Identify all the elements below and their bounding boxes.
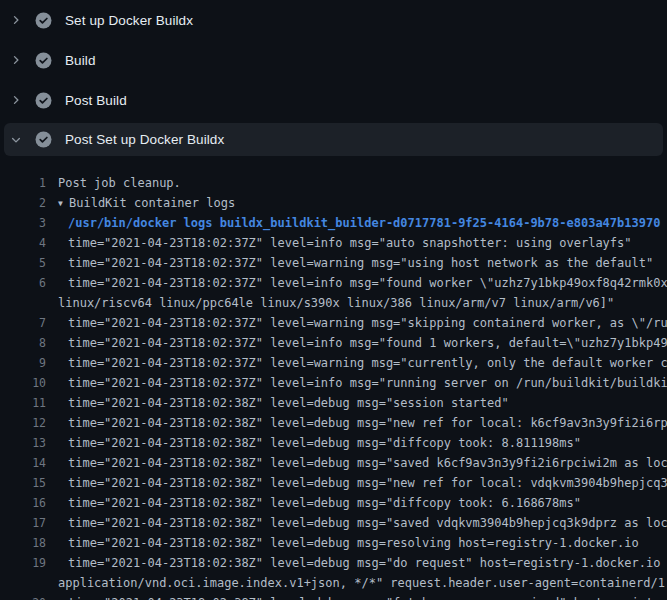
group-collapse-icon[interactable]: ▼ bbox=[58, 194, 69, 213]
steps-list: Set up Docker BuildxBuildPost BuildPost … bbox=[0, 0, 667, 156]
step-label: Build bbox=[65, 53, 96, 68]
log-line-number[interactable]: 19 bbox=[0, 553, 46, 573]
log-line-text: time="2021-04-23T18:02:38Z" level=debug … bbox=[68, 453, 667, 473]
check-circle-icon bbox=[35, 52, 52, 69]
log-line-number bbox=[0, 293, 46, 313]
check-circle-icon bbox=[35, 92, 52, 109]
log-line: 20time="2021-04-23T18:02:38Z" level=debu… bbox=[0, 593, 667, 600]
log-line-text: time="2021-04-23T18:02:37Z" level=info m… bbox=[68, 333, 667, 353]
log-line-number[interactable]: 15 bbox=[0, 473, 46, 493]
log-line-number[interactable]: 1 bbox=[0, 173, 46, 193]
step-label: Set up Docker Buildx bbox=[65, 13, 193, 28]
log-line-number[interactable]: 20 bbox=[0, 593, 46, 600]
log-line: 9time="2021-04-23T18:02:37Z" level=warni… bbox=[0, 353, 667, 373]
log-line: 4time="2021-04-23T18:02:37Z" level=info … bbox=[0, 233, 667, 253]
log-line-text: time="2021-04-23T18:02:38Z" level=debug … bbox=[68, 533, 639, 553]
step-label: Post Set up Docker Buildx bbox=[65, 132, 224, 147]
log-line-number[interactable]: 18 bbox=[0, 533, 46, 553]
log-line-number[interactable]: 3 bbox=[0, 213, 46, 233]
log-line: 16time="2021-04-23T18:02:38Z" level=debu… bbox=[0, 493, 667, 513]
log-line-text: time="2021-04-23T18:02:38Z" level=debug … bbox=[68, 513, 667, 533]
step-row-build[interactable]: Build bbox=[0, 40, 667, 80]
step-row-post-build[interactable]: Post Build bbox=[0, 80, 667, 120]
log-line-number[interactable]: 8 bbox=[0, 333, 46, 353]
log-line: 5time="2021-04-23T18:02:37Z" level=warni… bbox=[0, 253, 667, 273]
log-line-text: time="2021-04-23T18:02:38Z" level=debug … bbox=[68, 553, 667, 573]
log-line: 17time="2021-04-23T18:02:38Z" level=debu… bbox=[0, 513, 667, 533]
log-line-text: time="2021-04-23T18:02:38Z" level=debug … bbox=[68, 413, 667, 433]
log-line-text: time="2021-04-23T18:02:37Z" level=warnin… bbox=[68, 253, 653, 273]
log-line-text: time="2021-04-23T18:02:38Z" level=debug … bbox=[68, 593, 667, 600]
log-line-text: application/vnd.oci.image.index.v1+json,… bbox=[58, 573, 667, 593]
log-line-number[interactable]: 16 bbox=[0, 493, 46, 513]
log-line-text: time="2021-04-23T18:02:37Z" level=warnin… bbox=[68, 313, 667, 333]
log-line: 15time="2021-04-23T18:02:38Z" level=debu… bbox=[0, 473, 667, 493]
log-line: 19time="2021-04-23T18:02:38Z" level=debu… bbox=[0, 553, 667, 573]
log-line-number[interactable]: 11 bbox=[0, 393, 46, 413]
log-line-number[interactable]: 12 bbox=[0, 413, 46, 433]
log-line: 18time="2021-04-23T18:02:38Z" level=debu… bbox=[0, 533, 667, 553]
log-line: 1Post job cleanup. bbox=[0, 173, 667, 193]
log-line-number[interactable]: 13 bbox=[0, 433, 46, 453]
log-line-number[interactable]: 7 bbox=[0, 313, 46, 333]
log-lines: 1Post job cleanup.2▼BuildKit container l… bbox=[0, 160, 667, 600]
step-row-set-up-docker-buildx[interactable]: Set up Docker Buildx bbox=[0, 0, 667, 40]
log-line: 14time="2021-04-23T18:02:38Z" level=debu… bbox=[0, 453, 667, 473]
chevron-right-icon bbox=[9, 13, 23, 27]
check-circle-icon bbox=[35, 131, 52, 148]
log-line-number[interactable]: 10 bbox=[0, 373, 46, 393]
chevron-right-icon bbox=[9, 53, 23, 67]
log-line-text: time="2021-04-23T18:02:37Z" level=info m… bbox=[68, 373, 667, 393]
log-line-number[interactable]: 5 bbox=[0, 253, 46, 273]
log-line: 2▼BuildKit container logs bbox=[0, 193, 667, 213]
log-line: 13time="2021-04-23T18:02:38Z" level=debu… bbox=[0, 433, 667, 453]
chevron-right-icon bbox=[9, 93, 23, 107]
log-line-text: Post job cleanup. bbox=[58, 173, 181, 193]
log-line-number bbox=[0, 573, 46, 593]
log-line-text: time="2021-04-23T18:02:38Z" level=debug … bbox=[68, 473, 667, 493]
log-line: application/vnd.oci.image.index.v1+json,… bbox=[0, 573, 667, 593]
log-command-text: /usr/bin/docker logs buildx_buildkit_bui… bbox=[68, 213, 660, 233]
log-line-text: linux/riscv64 linux/ppc64le linux/s390x … bbox=[58, 293, 614, 313]
log-line: 10time="2021-04-23T18:02:37Z" level=info… bbox=[0, 373, 667, 393]
log-line-number[interactable]: 6 bbox=[0, 273, 46, 293]
log-line-text: time="2021-04-23T18:02:38Z" level=debug … bbox=[68, 433, 581, 453]
log-line-number[interactable]: 17 bbox=[0, 513, 46, 533]
check-circle-icon bbox=[35, 12, 52, 29]
log-line-number[interactable]: 9 bbox=[0, 353, 46, 373]
log-line: 12time="2021-04-23T18:02:38Z" level=debu… bbox=[0, 413, 667, 433]
step-row-post-set-up-docker-buildx[interactable]: Post Set up Docker Buildx bbox=[4, 123, 663, 156]
log-line-text: time="2021-04-23T18:02:37Z" level=info m… bbox=[68, 273, 667, 293]
group-label[interactable]: BuildKit container logs bbox=[69, 196, 235, 210]
log-line: linux/riscv64 linux/ppc64le linux/s390x … bbox=[0, 293, 667, 313]
log-line: 6time="2021-04-23T18:02:37Z" level=info … bbox=[0, 273, 667, 293]
log-line-number[interactable]: 14 bbox=[0, 453, 46, 473]
log-line: 7time="2021-04-23T18:02:37Z" level=warni… bbox=[0, 313, 667, 333]
log-line-text: time="2021-04-23T18:02:38Z" level=debug … bbox=[68, 493, 581, 513]
log-line-number[interactable]: 4 bbox=[0, 233, 46, 253]
log-line-text: time="2021-04-23T18:02:37Z" level=warnin… bbox=[68, 353, 667, 373]
log-line: 8time="2021-04-23T18:02:37Z" level=info … bbox=[0, 333, 667, 353]
actions-log-viewer: Set up Docker BuildxBuildPost BuildPost … bbox=[0, 0, 667, 600]
log-line: 3/usr/bin/docker logs buildx_buildkit_bu… bbox=[0, 213, 667, 233]
log-line: 11time="2021-04-23T18:02:38Z" level=debu… bbox=[0, 393, 667, 413]
log-line-text: time="2021-04-23T18:02:37Z" level=info m… bbox=[68, 233, 632, 253]
chevron-down-icon bbox=[9, 133, 23, 147]
log-group-line[interactable]: ▼BuildKit container logs bbox=[58, 193, 235, 213]
log-line-text: time="2021-04-23T18:02:38Z" level=debug … bbox=[68, 393, 509, 413]
step-label: Post Build bbox=[65, 93, 127, 108]
log-line-number[interactable]: 2 bbox=[0, 193, 46, 213]
